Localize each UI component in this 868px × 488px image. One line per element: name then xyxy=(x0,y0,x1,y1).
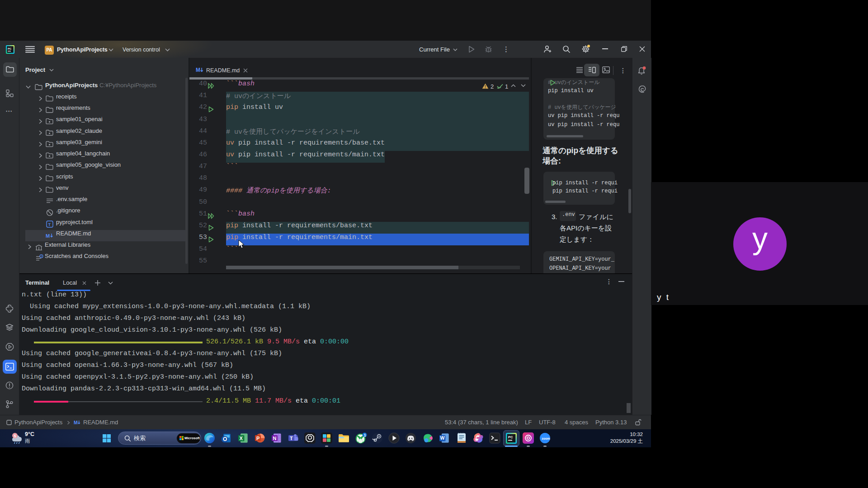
svg-text:PC: PC xyxy=(8,47,12,50)
svg-text:W: W xyxy=(440,435,445,441)
svg-text:5: 5 xyxy=(14,434,16,438)
svg-text:P: P xyxy=(256,436,259,441)
svg-text:M: M xyxy=(46,233,50,239)
svg-text:O: O xyxy=(223,436,227,442)
svg-text:PC: PC xyxy=(508,435,513,439)
svg-text:1: 1 xyxy=(364,433,366,437)
svg-text:zoom: zoom xyxy=(542,437,550,440)
svg-text:T: T xyxy=(290,436,293,441)
svg-text:X: X xyxy=(239,436,243,441)
svg-text:N: N xyxy=(273,436,277,441)
svg-text:T: T xyxy=(48,222,51,227)
svg-text:M: M xyxy=(196,67,200,73)
svg-text:M: M xyxy=(74,420,78,425)
